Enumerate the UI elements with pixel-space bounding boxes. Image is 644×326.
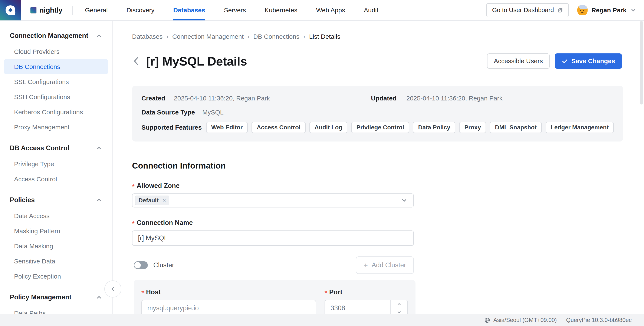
- breadcrumb-db-connections[interactable]: DB Connections: [253, 33, 300, 40]
- plus-icon: +: [364, 262, 368, 269]
- required-asterisk: *: [132, 183, 134, 190]
- add-cluster-label: Add Cluster: [372, 261, 406, 269]
- breadcrumb-connection-management[interactable]: Connection Management: [172, 33, 244, 40]
- main-content: Databases › Connection Management › DB C…: [113, 21, 644, 326]
- top-navigation-bar: nightly General Discovery Databases Serv…: [0, 0, 644, 21]
- cluster-toggle[interactable]: [134, 261, 148, 269]
- version-label: QueryPie 10.3.0-bb980ec: [566, 317, 632, 324]
- allowed-zone-tag: Default ×: [135, 196, 169, 205]
- data-source-type-label: Data Source Type: [142, 108, 202, 117]
- sidebar-item-data-masking[interactable]: Data Masking: [0, 239, 112, 254]
- connection-name-label: * Connection Name: [132, 219, 414, 227]
- sidebar-item-sensitive-data[interactable]: Sensitive Data: [0, 254, 112, 269]
- allowed-zone-select[interactable]: Default ×: [132, 193, 414, 208]
- vertical-scrollbar[interactable]: [640, 21, 643, 104]
- supported-features-label: Supported Features: [142, 123, 206, 132]
- sidebar-group-header-db-access-control[interactable]: DB Access Control: [0, 142, 112, 154]
- feature-chip-audit-log: Audit Log: [310, 122, 348, 133]
- external-link-icon: [557, 7, 563, 13]
- allowed-zone-label: * Allowed Zone: [132, 182, 414, 190]
- connection-form: * Allowed Zone Default × * Connection Na…: [132, 182, 414, 326]
- back-button[interactable]: [132, 55, 142, 67]
- sidebar-item-kerberos-configurations[interactable]: Kerberos Configurations: [0, 104, 112, 120]
- connection-meta-card: Created 2025-04-10 11:36:20, Regan Park …: [132, 86, 623, 141]
- sidebar-group-title: DB Access Control: [10, 144, 70, 152]
- section-title-connection-information: Connection Information: [132, 161, 622, 170]
- sidebar-group-header-policy-management[interactable]: Policy Management: [0, 292, 112, 303]
- feature-chip-ledger-management: Ledger Management: [546, 122, 614, 133]
- chevron-down-icon: [401, 197, 408, 204]
- timezone-indicator[interactable]: Asia/Seoul (GMT+09:00): [484, 317, 557, 324]
- sidebar-group-header-policies[interactable]: Policies: [0, 194, 112, 206]
- page-title: [r] MySQL Details: [146, 54, 247, 68]
- sidebar-group-title: Policies: [10, 196, 35, 204]
- nav-tab-web-apps[interactable]: Web Apps: [316, 0, 345, 20]
- page-header: [r] MySQL Details Accessible Users Save …: [132, 53, 622, 69]
- accessible-users-button[interactable]: Accessible Users: [487, 53, 550, 69]
- sidebar-item-access-control[interactable]: Access Control: [0, 172, 112, 187]
- sidebar-collapse-button[interactable]: [104, 281, 122, 298]
- sidebar-item-proxy-management[interactable]: Proxy Management: [0, 120, 112, 135]
- allowed-zone-tag-label: Default: [138, 197, 159, 204]
- nav-tab-general[interactable]: General: [85, 0, 108, 20]
- sidebar-item-cloud-providers[interactable]: Cloud Providers: [0, 44, 112, 59]
- sidebar-item-ssh-configurations[interactable]: SSH Configurations: [0, 89, 112, 104]
- host-input[interactable]: [142, 300, 316, 317]
- port-increment-button[interactable]: [391, 300, 408, 308]
- go-to-user-dashboard-label: Go to User Dashboard: [492, 6, 554, 14]
- chevron-down-icon: [630, 7, 636, 13]
- sidebar-item-privilege-type[interactable]: Privilege Type: [0, 156, 112, 172]
- save-changes-button[interactable]: Save Changes: [555, 53, 622, 69]
- sidebar-item-db-connections[interactable]: DB Connections: [4, 59, 108, 74]
- nav-tab-kubernetes[interactable]: Kubernetes: [265, 0, 297, 20]
- sidebar-item-policy-exception[interactable]: Policy Exception: [0, 269, 112, 284]
- chevron-up-icon: [96, 294, 102, 301]
- user-menu[interactable]: Regan Park: [577, 5, 636, 15]
- host-label: * Host: [142, 288, 316, 296]
- add-cluster-button[interactable]: + Add Cluster: [356, 256, 414, 274]
- sidebar-item-masking-pattern[interactable]: Masking Pattern: [0, 223, 112, 239]
- chevron-up-icon: [96, 32, 102, 39]
- created-value: 2025-04-10 11:36:20, Regan Park: [174, 94, 270, 103]
- feature-chip-dml-snapshot: DML Snapshot: [490, 122, 542, 133]
- sidebar-group-header-connection-management[interactable]: Connection Management: [0, 30, 112, 41]
- go-to-user-dashboard-button[interactable]: Go to User Dashboard: [486, 3, 569, 17]
- remove-tag-icon[interactable]: ×: [161, 197, 167, 204]
- user-avatar: [577, 5, 588, 15]
- sidebar-item-data-access[interactable]: Data Access: [0, 208, 112, 223]
- sidebar-group-title: Policy Management: [10, 294, 71, 301]
- nav-tab-databases[interactable]: Databases: [173, 0, 205, 20]
- sidebar-item-ssl-configurations[interactable]: SSL Configurations: [0, 74, 112, 89]
- created-label: Created: [142, 94, 174, 103]
- required-asterisk: *: [324, 289, 327, 297]
- sidebar-group-connection-management: Connection Management Cloud Providers DB…: [0, 30, 112, 135]
- feature-chip-privilege-control: Privilege Control: [351, 122, 409, 133]
- sidebar: Connection Management Cloud Providers DB…: [0, 21, 113, 326]
- connection-name-input[interactable]: [132, 231, 414, 246]
- app-body: Connection Management Cloud Providers DB…: [0, 21, 644, 326]
- feature-chip-access-control: Access Control: [252, 122, 306, 133]
- timezone-label: Asia/Seoul (GMT+09:00): [493, 317, 557, 324]
- breadcrumb-separator: ›: [248, 33, 250, 40]
- status-footer: Asia/Seoul (GMT+09:00) QueryPie 10.3.0-b…: [0, 314, 644, 326]
- supported-features-chips: Web Editor Access Control Audit Log Priv…: [206, 122, 614, 133]
- port-label: * Port: [324, 288, 408, 296]
- user-name: Regan Park: [592, 6, 626, 14]
- nav-tab-servers[interactable]: Servers: [224, 0, 246, 20]
- chevron-up-icon: [96, 145, 102, 151]
- breadcrumb-databases[interactable]: Databases: [132, 33, 162, 40]
- chevron-left-icon: [132, 55, 140, 67]
- save-changes-label: Save Changes: [572, 57, 615, 65]
- workspace-favicon: [30, 7, 37, 14]
- sidebar-group-policies: Policies Data Access Masking Pattern Dat…: [0, 194, 112, 284]
- feature-chip-data-policy: Data Policy: [413, 122, 455, 133]
- querypie-logo[interactable]: [0, 0, 21, 20]
- nav-tab-audit[interactable]: Audit: [364, 0, 378, 20]
- chevron-up-icon: [397, 302, 402, 307]
- sidebar-group-title: Connection Management: [10, 32, 88, 39]
- cluster-toggle-label: Cluster: [153, 261, 174, 269]
- required-asterisk: *: [132, 220, 134, 227]
- nav-tab-discovery[interactable]: Discovery: [126, 0, 154, 20]
- breadcrumb-list-details: List Details: [309, 33, 340, 40]
- check-icon: [562, 58, 568, 64]
